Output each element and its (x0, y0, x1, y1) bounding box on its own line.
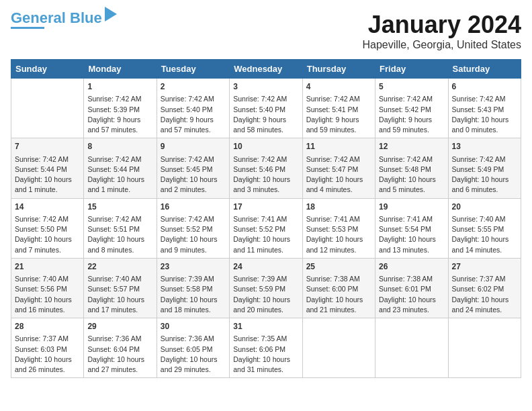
day-content: Sunrise: 7:36 AMSunset: 6:04 PMDaylight:… (87, 334, 152, 375)
day-content: Sunrise: 7:38 AMSunset: 6:01 PMDaylight:… (379, 274, 444, 315)
day-content: Sunrise: 7:42 AMSunset: 5:43 PMDaylight:… (452, 94, 517, 135)
week-row: 7Sunrise: 7:42 AMSunset: 5:44 PMDaylight… (11, 138, 521, 198)
day-number: 5 (379, 81, 444, 93)
calendar-cell: 29Sunrise: 7:36 AMSunset: 6:04 PMDayligh… (84, 318, 157, 378)
calendar-cell: 21Sunrise: 7:40 AMSunset: 5:56 PMDayligh… (11, 258, 84, 318)
header-saturday: Saturday (448, 60, 521, 79)
day-number: 2 (161, 81, 226, 93)
day-content: Sunrise: 7:42 AMSunset: 5:51 PMDaylight:… (87, 214, 152, 255)
calendar-cell: 16Sunrise: 7:42 AMSunset: 5:52 PMDayligh… (157, 198, 229, 258)
day-number: 1 (87, 81, 152, 93)
day-content: Sunrise: 7:42 AMSunset: 5:39 PMDaylight:… (87, 94, 152, 135)
day-number: 24 (233, 261, 298, 273)
day-number: 25 (306, 261, 371, 273)
header-tuesday: Tuesday (157, 60, 229, 79)
calendar-cell: 13Sunrise: 7:42 AMSunset: 5:49 PMDayligh… (448, 138, 521, 198)
day-number: 11 (306, 141, 371, 152)
day-content: Sunrise: 7:42 AMSunset: 5:52 PMDaylight:… (161, 214, 226, 255)
day-number: 13 (452, 141, 517, 152)
calendar-cell: 22Sunrise: 7:40 AMSunset: 5:57 PMDayligh… (84, 258, 157, 318)
calendar-cell: 14Sunrise: 7:42 AMSunset: 5:50 PMDayligh… (11, 198, 84, 258)
calendar-cell (302, 318, 375, 378)
day-number: 22 (87, 261, 152, 273)
calendar-cell (375, 318, 448, 378)
logo-line2: Blue (70, 9, 102, 26)
day-number: 17 (233, 201, 298, 213)
calendar-table: Sunday Monday Tuesday Wednesday Thursday… (11, 59, 521, 378)
day-content: Sunrise: 7:37 AMSunset: 6:03 PMDaylight:… (15, 334, 80, 375)
calendar-cell: 7Sunrise: 7:42 AMSunset: 5:44 PMDaylight… (11, 138, 84, 198)
day-number: 14 (15, 201, 80, 213)
day-number: 6 (452, 81, 517, 93)
day-number: 3 (233, 81, 298, 93)
day-number: 19 (379, 201, 444, 213)
day-content: Sunrise: 7:42 AMSunset: 5:44 PMDaylight:… (15, 154, 80, 195)
day-content: Sunrise: 7:42 AMSunset: 5:48 PMDaylight:… (379, 154, 444, 195)
calendar-cell: 1Sunrise: 7:42 AMSunset: 5:39 PMDaylight… (84, 79, 157, 138)
day-content: Sunrise: 7:42 AMSunset: 5:40 PMDaylight:… (233, 94, 298, 135)
day-number: 21 (15, 261, 80, 273)
calendar-cell: 3Sunrise: 7:42 AMSunset: 5:40 PMDaylight… (230, 79, 302, 138)
day-content: Sunrise: 7:41 AMSunset: 5:54 PMDaylight:… (379, 214, 444, 255)
day-number: 16 (161, 201, 226, 213)
day-number: 9 (161, 141, 226, 152)
calendar-cell: 19Sunrise: 7:41 AMSunset: 5:54 PMDayligh… (375, 198, 448, 258)
calendar-cell: 6Sunrise: 7:42 AMSunset: 5:43 PMDaylight… (448, 79, 521, 138)
calendar-header: Sunday Monday Tuesday Wednesday Thursday… (11, 60, 521, 79)
day-number: 12 (379, 141, 444, 152)
day-number: 23 (161, 261, 226, 273)
day-number: 28 (15, 321, 80, 332)
day-content: Sunrise: 7:41 AMSunset: 5:53 PMDaylight:… (306, 214, 371, 255)
week-row: 21Sunrise: 7:40 AMSunset: 5:56 PMDayligh… (11, 258, 521, 318)
day-number: 18 (306, 201, 371, 213)
day-number: 10 (233, 141, 298, 152)
calendar-subtitle: Hapeville, Georgia, United States (362, 39, 521, 51)
day-number: 4 (306, 81, 371, 93)
header-row: Sunday Monday Tuesday Wednesday Thursday… (11, 60, 521, 79)
header-sunday: Sunday (11, 60, 84, 79)
logo: General Blue (11, 11, 117, 29)
calendar-cell: 15Sunrise: 7:42 AMSunset: 5:51 PMDayligh… (84, 198, 157, 258)
calendar-body: 1Sunrise: 7:42 AMSunset: 5:39 PMDaylight… (11, 79, 521, 378)
day-content: Sunrise: 7:39 AMSunset: 5:59 PMDaylight:… (233, 274, 298, 315)
title-block: January 2024 Hapeville, Georgia, United … (362, 11, 521, 51)
calendar-cell: 17Sunrise: 7:41 AMSunset: 5:52 PMDayligh… (230, 198, 302, 258)
day-number: 26 (379, 261, 444, 273)
calendar-cell: 28Sunrise: 7:37 AMSunset: 6:03 PMDayligh… (11, 318, 84, 378)
day-number: 31 (233, 321, 298, 332)
day-content: Sunrise: 7:42 AMSunset: 5:40 PMDaylight:… (161, 94, 226, 135)
header-monday: Monday (84, 60, 157, 79)
calendar-cell: 31Sunrise: 7:35 AMSunset: 6:06 PMDayligh… (230, 318, 302, 378)
day-content: Sunrise: 7:42 AMSunset: 5:41 PMDaylight:… (306, 94, 371, 135)
logo-underline (11, 27, 44, 29)
calendar-cell: 10Sunrise: 7:42 AMSunset: 5:46 PMDayligh… (230, 138, 302, 198)
calendar-cell: 24Sunrise: 7:39 AMSunset: 5:59 PMDayligh… (230, 258, 302, 318)
header-friday: Friday (375, 60, 448, 79)
day-content: Sunrise: 7:42 AMSunset: 5:47 PMDaylight:… (306, 154, 371, 195)
day-number: 15 (87, 201, 152, 213)
day-content: Sunrise: 7:40 AMSunset: 5:56 PMDaylight:… (15, 274, 80, 315)
calendar-cell (448, 318, 521, 378)
day-number: 8 (87, 141, 152, 152)
calendar-cell: 2Sunrise: 7:42 AMSunset: 5:40 PMDaylight… (157, 79, 229, 138)
logo-triangle-icon (105, 7, 117, 24)
calendar-cell: 18Sunrise: 7:41 AMSunset: 5:53 PMDayligh… (302, 198, 375, 258)
calendar-cell: 23Sunrise: 7:39 AMSunset: 5:58 PMDayligh… (157, 258, 229, 318)
day-number: 7 (15, 141, 80, 152)
day-number: 29 (87, 321, 152, 332)
calendar-cell (11, 79, 84, 138)
calendar-cell: 11Sunrise: 7:42 AMSunset: 5:47 PMDayligh… (302, 138, 375, 198)
day-content: Sunrise: 7:42 AMSunset: 5:45 PMDaylight:… (161, 154, 226, 195)
header-wednesday: Wednesday (230, 60, 302, 79)
calendar-cell: 8Sunrise: 7:42 AMSunset: 5:44 PMDaylight… (84, 138, 157, 198)
day-content: Sunrise: 7:42 AMSunset: 5:42 PMDaylight:… (379, 94, 444, 135)
day-content: Sunrise: 7:42 AMSunset: 5:50 PMDaylight:… (15, 214, 80, 255)
calendar-cell: 5Sunrise: 7:42 AMSunset: 5:42 PMDaylight… (375, 79, 448, 138)
day-content: Sunrise: 7:42 AMSunset: 5:44 PMDaylight:… (87, 154, 152, 195)
calendar-cell: 9Sunrise: 7:42 AMSunset: 5:45 PMDaylight… (157, 138, 229, 198)
day-content: Sunrise: 7:35 AMSunset: 6:06 PMDaylight:… (233, 334, 298, 375)
week-row: 14Sunrise: 7:42 AMSunset: 5:50 PMDayligh… (11, 198, 521, 258)
day-number: 20 (452, 201, 517, 213)
calendar-cell: 20Sunrise: 7:40 AMSunset: 5:55 PMDayligh… (448, 198, 521, 258)
day-content: Sunrise: 7:38 AMSunset: 6:00 PMDaylight:… (306, 274, 371, 315)
